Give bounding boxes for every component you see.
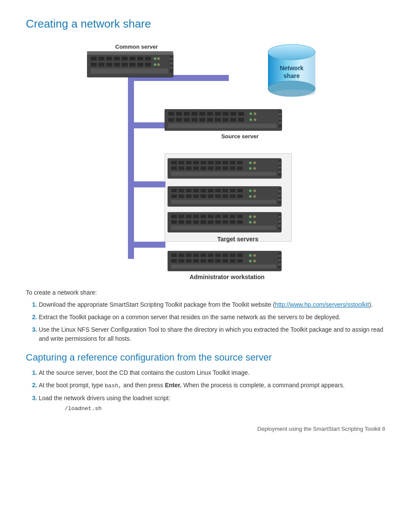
section1-content: To create a network share: Download the … [26, 289, 385, 343]
svg-rect-98 [200, 189, 206, 193]
svg-rect-70 [215, 161, 221, 165]
svg-rect-10 [90, 62, 97, 67]
svg-rect-76 [186, 166, 192, 170]
step-1-3: Use the Linux NFS Server Configuration T… [39, 325, 385, 343]
svg-rect-139 [208, 220, 214, 224]
svg-rect-41 [222, 112, 229, 116]
svg-point-24 [170, 62, 173, 65]
svg-rect-102 [230, 189, 236, 193]
svg-rect-159 [208, 253, 214, 257]
step-2-3: Load the network drivers using the loadn… [39, 394, 385, 413]
step-2-2-text-mid: and then press [121, 382, 165, 389]
svg-point-149 [278, 216, 281, 218]
svg-rect-105 [178, 194, 184, 198]
page-title: Creating a network share [26, 17, 385, 31]
svg-rect-92 [171, 172, 276, 176]
svg-rect-2 [90, 56, 97, 61]
svg-rect-171 [222, 259, 228, 263]
svg-point-86 [249, 167, 252, 170]
svg-rect-40 [215, 112, 221, 116]
target-servers-label: Target servers [195, 236, 281, 243]
svg-rect-104 [171, 194, 177, 198]
svg-rect-141 [222, 220, 228, 224]
svg-point-60 [279, 117, 281, 120]
svg-point-25 [170, 66, 173, 69]
svg-point-121 [278, 199, 281, 201]
svg-rect-17 [145, 62, 151, 67]
svg-rect-122 [171, 200, 276, 204]
target-server-rack-3 [168, 212, 285, 233]
common-server-rack [87, 51, 177, 79]
svg-rect-79 [208, 166, 214, 170]
svg-rect-125 [178, 215, 184, 218]
svg-point-20 [154, 63, 156, 66]
svg-rect-68 [200, 161, 206, 165]
svg-rect-38 [199, 112, 206, 116]
svg-rect-126 [186, 215, 192, 218]
svg-rect-42 [230, 112, 237, 116]
svg-rect-110 [215, 194, 221, 198]
svg-rect-44 [168, 118, 174, 122]
svg-rect-47 [191, 118, 198, 122]
svg-point-91 [278, 171, 281, 173]
svg-rect-11 [98, 62, 105, 67]
svg-point-144 [249, 215, 252, 218]
svg-rect-103 [237, 189, 243, 193]
target-server-rack-1 [168, 158, 285, 179]
svg-point-115 [253, 190, 256, 192]
section2-title: Capturing a reference configuration from… [26, 352, 385, 363]
svg-rect-107 [193, 194, 199, 198]
svg-rect-15 [129, 62, 136, 67]
step-2-2-text-end: When the process is complete, a command … [182, 382, 345, 389]
svg-rect-50 [215, 118, 221, 122]
svg-rect-109 [208, 194, 214, 198]
svg-point-145 [253, 215, 256, 218]
trunk-line [128, 78, 134, 259]
svg-point-150 [278, 220, 281, 223]
svg-rect-137 [193, 220, 199, 224]
svg-point-90 [278, 166, 281, 169]
svg-point-151 [278, 224, 281, 227]
svg-point-119 [278, 190, 281, 193]
step-2-1-text: At the source server, boot the CD that c… [39, 369, 249, 376]
toolkit-link[interactable]: http://www.hp.com/servers/sstoolkit [275, 301, 369, 308]
steps-list-1: Download the appropriate SmartStart Scri… [39, 300, 385, 343]
svg-rect-80 [215, 166, 221, 170]
svg-rect-135 [178, 220, 184, 224]
svg-rect-172 [230, 259, 236, 263]
svg-rect-77 [193, 166, 199, 170]
svg-point-84 [249, 162, 252, 164]
step-2-2-bold: Enter. [165, 382, 182, 389]
step-2-2-text-before: At the boot prompt, type [39, 382, 105, 389]
svg-point-89 [278, 162, 281, 165]
page-footer: Deployment using the SmartStart Scriptin… [26, 426, 385, 432]
svg-point-117 [253, 195, 256, 198]
admin-workstation-label: Administrator workstation [175, 274, 279, 280]
svg-rect-96 [186, 189, 192, 193]
svg-rect-101 [222, 189, 228, 193]
svg-rect-94 [171, 189, 177, 193]
svg-rect-160 [215, 253, 221, 257]
svg-point-19 [157, 57, 160, 60]
svg-rect-130 [215, 215, 221, 218]
svg-rect-71 [222, 161, 228, 165]
svg-rect-170 [215, 259, 221, 263]
diagram: Common server [72, 39, 339, 280]
svg-point-87 [253, 167, 256, 170]
svg-rect-113 [237, 194, 243, 198]
svg-rect-83 [237, 166, 243, 170]
svg-rect-9 [145, 56, 151, 61]
svg-rect-73 [237, 161, 243, 165]
svg-text:Network: Network [280, 65, 303, 72]
svg-rect-67 [193, 161, 199, 165]
svg-rect-128 [200, 215, 206, 218]
svg-rect-52 [230, 118, 237, 122]
svg-rect-166 [186, 259, 192, 263]
section2-content: At the source server, boot the CD that c… [26, 368, 385, 413]
svg-point-54 [249, 112, 252, 115]
svg-rect-157 [193, 253, 199, 257]
svg-rect-72 [230, 161, 236, 165]
svg-rect-51 [222, 118, 229, 122]
svg-rect-165 [178, 259, 184, 263]
svg-rect-78 [200, 166, 206, 170]
